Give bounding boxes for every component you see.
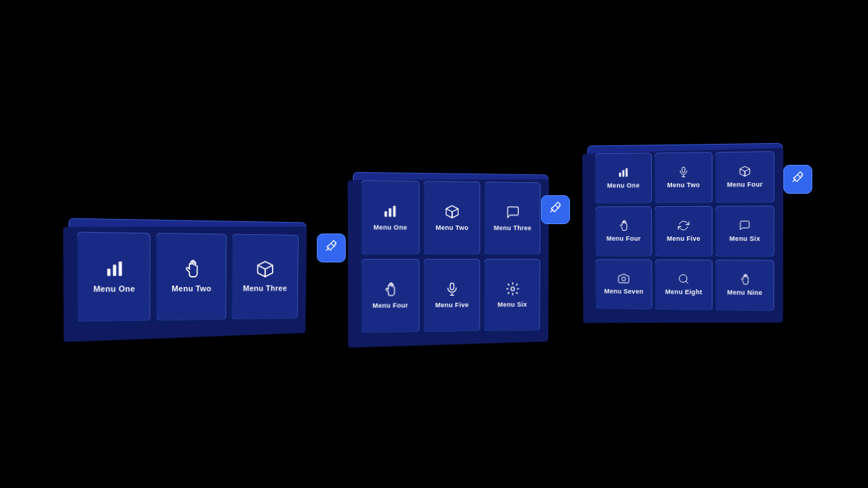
pin-icon-3 (791, 171, 805, 189)
menu-tile-label-p1-menu2: Menu Two (171, 284, 211, 294)
cube-icon (256, 260, 274, 281)
menu-tile-label-p2-menu2: Menu Two (435, 223, 469, 231)
menu-tile-label-p3-menu1: Menu One (607, 181, 639, 189)
menu-tile-p3-menu7[interactable]: Menu Seven (595, 259, 652, 309)
mic-icon (678, 166, 689, 180)
menu-tile-label-p3-menu6: Menu Six (729, 235, 760, 243)
chat-icon (506, 205, 520, 221)
menu-tile-label-p2-menu6: Menu Six (498, 301, 527, 309)
menu-tile-label-p3-menu7: Menu Seven (604, 288, 643, 296)
hand-icon (383, 282, 398, 299)
svg-rect-0 (107, 269, 111, 276)
chart-icon (618, 167, 629, 181)
menu-tile-label-p2-menu5: Menu Five (435, 301, 469, 309)
hand-icon (182, 260, 201, 281)
camera-icon (618, 273, 629, 286)
mic-icon (445, 282, 459, 299)
panel-2: Menu OneMenu TwoMenu ThreeMenu FourMenu … (353, 172, 548, 341)
svg-rect-4 (389, 208, 391, 217)
menu-tile-p3-menu2[interactable]: Menu Two (655, 152, 712, 203)
menu-tile-label-p2-menu1: Menu One (373, 223, 407, 231)
svg-rect-2 (119, 262, 122, 276)
menu-tile-p2-menu3[interactable]: Menu Three (485, 181, 540, 254)
hand2-icon (739, 274, 750, 288)
svg-rect-6 (450, 283, 454, 289)
menu-tile-label-p3-menu4: Menu Four (606, 235, 641, 243)
menu-tile-label-p3-menu5: Menu Five (667, 235, 701, 243)
svg-rect-12 (626, 168, 628, 177)
menu-tile-p3-menu9[interactable]: Menu Nine (715, 260, 774, 311)
menu-tile-p3-menu6[interactable]: Menu Six (715, 205, 774, 257)
refresh-icon (678, 220, 689, 234)
menu-tile-p3-menu3[interactable]: Menu Four (715, 151, 775, 203)
chart-icon (104, 259, 124, 281)
menu-tile-label-p2-menu4: Menu Four (373, 301, 408, 309)
svg-rect-13 (682, 167, 685, 172)
svg-rect-5 (393, 205, 396, 216)
cube-icon (739, 166, 751, 179)
pin-icon-2 (548, 201, 563, 219)
pin-icon-1 (324, 239, 339, 257)
svg-rect-10 (619, 173, 621, 177)
chart-icon (383, 204, 397, 221)
panel-1: Menu OneMenu TwoMenu Three (69, 218, 307, 335)
pin-button-1[interactable] (317, 234, 346, 262)
svg-line-18 (686, 281, 688, 283)
panel-3: Menu OneMenu TwoMenu FourMenu FourMenu F… (587, 143, 783, 320)
menu-tile-p3-menu8[interactable]: Menu Eight (655, 260, 712, 310)
menu-tile-label-p1-menu3: Menu Three (243, 284, 287, 294)
menu-tile-label-p3-menu9: Menu Nine (727, 288, 762, 296)
menu-tile-p2-menu2[interactable]: Menu Two (424, 181, 481, 254)
chat-icon (739, 220, 750, 234)
svg-point-9 (511, 287, 514, 291)
menu-tile-label-p3-menu2: Menu Two (667, 181, 700, 189)
menu-tile-label-p1-menu1: Menu One (93, 284, 135, 294)
pin-button-3[interactable] (783, 165, 812, 194)
search-icon (678, 273, 689, 287)
menu-tile-p2-menu1[interactable]: Menu One (361, 180, 419, 254)
svg-point-16 (622, 277, 626, 281)
menu-tile-p2-menu6[interactable]: Menu Six (485, 259, 540, 331)
scene: Menu OneMenu TwoMenu Three Menu OneMenu … (0, 0, 868, 488)
menu-tile-p1-menu3[interactable]: Menu Three (231, 234, 299, 319)
gear-icon (506, 281, 520, 298)
svg-rect-3 (385, 211, 387, 217)
menu-tile-label-p3-menu8: Menu Eight (665, 288, 702, 296)
menu-tile-p2-menu5[interactable]: Menu Five (424, 259, 480, 332)
pin-button-2[interactable] (541, 195, 570, 224)
hand-icon (618, 220, 629, 234)
cube-icon (445, 204, 459, 221)
menu-tile-label-p3-menu3: Menu Four (727, 181, 763, 189)
menu-tile-p2-menu4[interactable]: Menu Four (362, 259, 420, 333)
menu-tile-p3-menu4[interactable]: Menu Four (595, 206, 652, 257)
menu-tile-p3-menu5[interactable]: Menu Five (655, 206, 712, 257)
svg-rect-1 (113, 265, 116, 276)
menu-tile-p1-menu2[interactable]: Menu Two (156, 233, 226, 320)
menu-tile-p1-menu1[interactable]: Menu One (77, 231, 151, 321)
menu-tile-label-p2-menu3: Menu Three (493, 224, 531, 232)
svg-rect-11 (622, 170, 624, 176)
menu-tile-p3-menu1[interactable]: Menu One (595, 153, 652, 203)
